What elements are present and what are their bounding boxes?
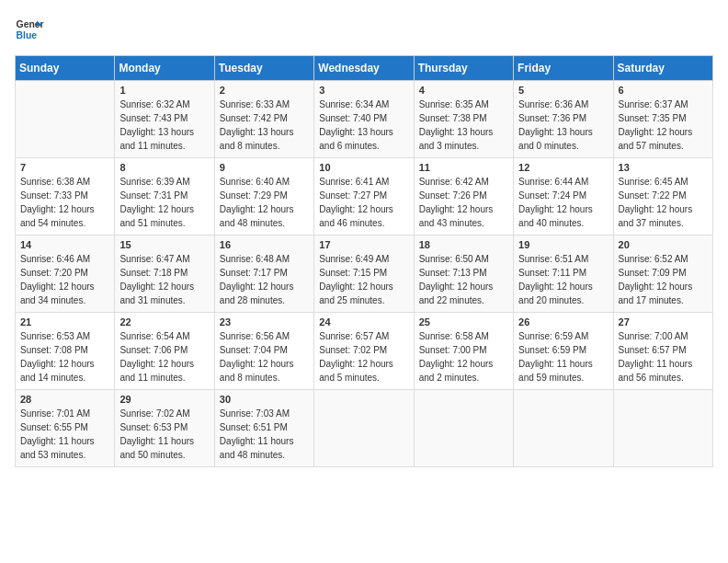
day-info: Sunrise: 6:49 AMSunset: 7:15 PMDaylight:… (319, 252, 408, 307)
day-number: 5 (518, 85, 608, 96)
sunrise-text: Sunrise: 6:51 AM (518, 254, 588, 264)
sunrise-text: Sunrise: 6:56 AM (220, 331, 290, 341)
sunset-text: Sunset: 7:42 PM (220, 113, 288, 123)
sunrise-text: Sunrise: 6:33 AM (220, 99, 290, 109)
calendar-cell: 3Sunrise: 6:34 AMSunset: 7:40 PMDaylight… (314, 81, 414, 158)
day-info: Sunrise: 7:00 AMSunset: 6:57 PMDaylight:… (619, 329, 708, 385)
day-number: 18 (419, 239, 508, 250)
calendar-cell: 30Sunrise: 7:03 AMSunset: 6:51 PMDayligh… (214, 390, 313, 467)
daylight-text: Daylight: 12 hours and 2 minutes. (419, 359, 494, 383)
sunrise-text: Sunrise: 6:50 AM (419, 254, 489, 264)
sunset-text: Sunset: 7:18 PM (119, 268, 188, 278)
calendar-cell: 27Sunrise: 7:00 AMSunset: 6:57 PMDayligh… (613, 313, 712, 390)
sunset-text: Sunset: 7:15 PM (319, 268, 387, 278)
daylight-text: Daylight: 12 hours and 25 minutes. (319, 282, 393, 305)
daylight-text: Daylight: 12 hours and 28 minutes. (220, 282, 294, 305)
day-number: 24 (319, 316, 408, 327)
calendar-cell (613, 390, 712, 467)
sunrise-text: Sunrise: 6:58 AM (419, 331, 489, 341)
sunset-text: Sunset: 7:11 PM (518, 268, 586, 278)
sunrise-text: Sunrise: 7:01 AM (20, 408, 90, 419)
calendar-cell: 14Sunrise: 6:46 AMSunset: 7:20 PMDayligh… (16, 236, 115, 313)
column-header-sunday: Sunday (16, 56, 115, 81)
sunrise-text: Sunrise: 6:48 AM (220, 254, 290, 264)
sunset-text: Sunset: 6:59 PM (518, 345, 586, 355)
day-info: Sunrise: 6:50 AMSunset: 7:13 PMDaylight:… (419, 252, 508, 307)
day-info: Sunrise: 7:03 AMSunset: 6:51 PMDaylight:… (220, 407, 309, 462)
day-number: 2 (220, 85, 309, 96)
sunrise-text: Sunrise: 6:54 AM (119, 331, 189, 341)
day-info: Sunrise: 6:52 AMSunset: 7:09 PMDaylight:… (619, 252, 708, 307)
day-info: Sunrise: 6:48 AMSunset: 7:17 PMDaylight:… (220, 252, 309, 307)
day-info: Sunrise: 6:58 AMSunset: 7:00 PMDaylight:… (419, 329, 508, 385)
calendar-table: SundayMondayTuesdayWednesdayThursdayFrid… (15, 55, 713, 467)
daylight-text: Daylight: 12 hours and 20 minutes. (518, 282, 593, 305)
daylight-text: Daylight: 12 hours and 37 minutes. (619, 204, 693, 228)
day-info: Sunrise: 6:33 AMSunset: 7:42 PMDaylight:… (220, 98, 309, 153)
sunrise-text: Sunrise: 6:49 AM (319, 254, 389, 264)
day-number: 12 (518, 162, 608, 173)
calendar-cell: 9Sunrise: 6:40 AMSunset: 7:29 PMDaylight… (214, 158, 313, 236)
sunrise-text: Sunrise: 6:34 AM (319, 99, 389, 109)
calendar-cell: 16Sunrise: 6:48 AMSunset: 7:17 PMDayligh… (214, 236, 313, 313)
day-number: 1 (119, 85, 209, 96)
sunset-text: Sunset: 7:13 PM (419, 268, 487, 278)
week-row-3: 14Sunrise: 6:46 AMSunset: 7:20 PMDayligh… (16, 236, 713, 313)
daylight-text: Daylight: 12 hours and 11 minutes. (119, 359, 194, 383)
day-info: Sunrise: 6:32 AMSunset: 7:43 PMDaylight:… (119, 98, 209, 153)
daylight-text: Daylight: 11 hours and 56 minutes. (619, 359, 693, 383)
day-number: 28 (20, 394, 109, 405)
calendar-cell: 19Sunrise: 6:51 AMSunset: 7:11 PMDayligh… (514, 236, 613, 313)
calendar-cell: 1Sunrise: 6:32 AMSunset: 7:43 PMDaylight… (115, 81, 214, 158)
calendar-cell: 29Sunrise: 7:02 AMSunset: 6:53 PMDayligh… (115, 390, 214, 467)
daylight-text: Daylight: 13 hours and 3 minutes. (419, 127, 494, 151)
daylight-text: Daylight: 12 hours and 54 minutes. (20, 204, 95, 228)
sunset-text: Sunset: 6:55 PM (20, 422, 88, 432)
day-number: 30 (220, 394, 309, 405)
sunset-text: Sunset: 7:24 PM (518, 190, 586, 201)
sunrise-text: Sunrise: 6:42 AM (419, 177, 489, 187)
week-row-5: 28Sunrise: 7:01 AMSunset: 6:55 PMDayligh… (16, 390, 713, 467)
daylight-text: Daylight: 12 hours and 57 minutes. (619, 127, 693, 151)
sunset-text: Sunset: 7:33 PM (20, 190, 88, 201)
day-number: 29 (119, 394, 209, 405)
day-number: 20 (619, 239, 708, 250)
day-info: Sunrise: 6:45 AMSunset: 7:22 PMDaylight:… (619, 175, 708, 230)
sunrise-text: Sunrise: 6:52 AM (619, 254, 688, 264)
sunset-text: Sunset: 7:00 PM (419, 345, 487, 355)
sunset-text: Sunset: 6:51 PM (220, 422, 288, 432)
day-number: 9 (220, 162, 309, 173)
sunset-text: Sunset: 7:26 PM (419, 190, 487, 201)
sunset-text: Sunset: 7:35 PM (619, 113, 687, 123)
logo-icon: General Blue (15, 15, 44, 44)
sunrise-text: Sunrise: 6:59 AM (518, 331, 588, 341)
calendar-cell: 7Sunrise: 6:38 AMSunset: 7:33 PMDaylight… (16, 158, 115, 236)
day-info: Sunrise: 6:56 AMSunset: 7:04 PMDaylight:… (220, 329, 309, 385)
daylight-text: Daylight: 11 hours and 53 minutes. (20, 436, 95, 460)
sunset-text: Sunset: 7:22 PM (619, 190, 687, 201)
day-info: Sunrise: 6:47 AMSunset: 7:18 PMDaylight:… (119, 252, 209, 307)
week-row-2: 7Sunrise: 6:38 AMSunset: 7:33 PMDaylight… (16, 158, 713, 236)
day-info: Sunrise: 6:41 AMSunset: 7:27 PMDaylight:… (319, 175, 408, 230)
sunset-text: Sunset: 7:04 PM (220, 345, 288, 355)
day-info: Sunrise: 6:51 AMSunset: 7:11 PMDaylight:… (518, 252, 608, 307)
calendar-cell: 12Sunrise: 6:44 AMSunset: 7:24 PMDayligh… (514, 158, 613, 236)
daylight-text: Daylight: 12 hours and 17 minutes. (619, 282, 693, 305)
day-number: 8 (119, 162, 209, 173)
sunrise-text: Sunrise: 6:47 AM (119, 254, 189, 264)
day-info: Sunrise: 6:42 AMSunset: 7:26 PMDaylight:… (419, 175, 508, 230)
day-number: 23 (220, 316, 309, 327)
sunrise-text: Sunrise: 6:53 AM (20, 331, 90, 341)
sunset-text: Sunset: 7:40 PM (319, 113, 387, 123)
day-number: 15 (119, 239, 209, 250)
sunset-text: Sunset: 7:31 PM (119, 190, 188, 201)
daylight-text: Daylight: 12 hours and 40 minutes. (518, 204, 593, 228)
calendar-cell (514, 390, 613, 467)
column-header-thursday: Thursday (414, 56, 513, 81)
day-info: Sunrise: 7:02 AMSunset: 6:53 PMDaylight:… (119, 407, 209, 462)
daylight-text: Daylight: 11 hours and 50 minutes. (119, 436, 194, 460)
sunset-text: Sunset: 7:20 PM (20, 268, 88, 278)
daylight-text: Daylight: 12 hours and 5 minutes. (319, 359, 393, 383)
day-info: Sunrise: 6:38 AMSunset: 7:33 PMDaylight:… (20, 175, 109, 230)
sunset-text: Sunset: 7:36 PM (518, 113, 586, 123)
